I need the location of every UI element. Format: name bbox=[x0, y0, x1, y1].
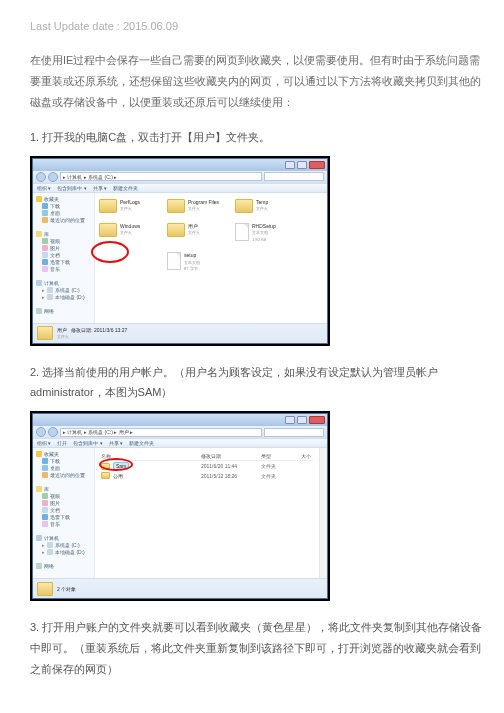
sidebar-disk-d[interactable]: 本地磁盘 (D:) bbox=[55, 549, 85, 555]
toolbar-include[interactable]: 包含到库中 ▾ bbox=[57, 185, 86, 191]
sidebar-xunlei[interactable]: 迅雷下载 bbox=[50, 514, 70, 520]
computer-icon bbox=[36, 280, 42, 286]
folder-icon bbox=[167, 223, 185, 237]
close-button[interactable] bbox=[309, 416, 325, 424]
col-size[interactable]: 大小 bbox=[301, 453, 311, 459]
folder-icon bbox=[235, 199, 253, 213]
xunlei-icon bbox=[42, 259, 48, 265]
maximize-button[interactable] bbox=[297, 416, 307, 424]
row-name-public: 公用 bbox=[113, 473, 123, 479]
sidebar-pictures[interactable]: 图片 bbox=[50, 500, 60, 506]
library-icon bbox=[36, 231, 42, 237]
scrollbar[interactable] bbox=[319, 448, 327, 578]
toolbar-newfolder[interactable]: 新建文件夹 bbox=[129, 440, 154, 446]
sidebar-documents[interactable]: 文档 bbox=[50, 507, 60, 513]
back-button[interactable] bbox=[36, 427, 46, 437]
documents-icon bbox=[42, 507, 48, 513]
sidebar-desktop[interactable]: 桌面 bbox=[50, 210, 60, 216]
toolbar: 组织 ▾ 包含到库中 ▾ 共享 ▾ 新建文件夹 bbox=[33, 183, 327, 193]
toolbar-newfolder[interactable]: 新建文件夹 bbox=[113, 185, 138, 191]
sidebar-favorites[interactable]: 收藏夹 bbox=[44, 451, 59, 457]
content-pane: PerfLogs文件夹 Program Files文件夹 Temp文件夹 Win… bbox=[95, 193, 327, 323]
documents-icon bbox=[42, 252, 48, 258]
pictures-icon bbox=[42, 500, 48, 506]
network-icon bbox=[36, 563, 42, 569]
toolbar-include[interactable]: 包含到库中 ▾ bbox=[73, 440, 102, 446]
toolbar-organize[interactable]: 组织 ▾ bbox=[37, 185, 51, 191]
maximize-button[interactable] bbox=[297, 161, 307, 169]
forward-button[interactable] bbox=[48, 427, 58, 437]
content-pane: 名称 修改日期 类型 大小 Sam 2011/6/20 11:44 文件夹 公用… bbox=[95, 448, 319, 578]
intro-paragraph: 在使用IE过程中会保存一些自己需要的网页到收藏夹，以便需要使用。但有时由于系统问… bbox=[30, 50, 484, 113]
sidebar-video[interactable]: 视频 bbox=[50, 493, 60, 499]
highlight-ring-users bbox=[91, 241, 129, 263]
toolbar-share[interactable]: 共享 ▾ bbox=[109, 440, 123, 446]
sidebar-music[interactable]: 音乐 bbox=[50, 521, 60, 527]
disk-c-icon bbox=[47, 542, 53, 548]
sidebar-recent[interactable]: 最近访问的位置 bbox=[50, 472, 85, 478]
column-headers: 名称 修改日期 类型 大小 bbox=[101, 452, 313, 461]
sidebar-music[interactable]: 音乐 bbox=[50, 266, 60, 272]
row-date: 2011/6/20 11:44 bbox=[201, 463, 261, 469]
folder-programfiles[interactable]: Program Files文件夹 bbox=[167, 199, 227, 213]
col-date[interactable]: 修改日期 bbox=[201, 453, 261, 459]
toolbar-open[interactable]: 打开 bbox=[57, 440, 67, 446]
recent-icon bbox=[42, 472, 48, 478]
breadcrumb[interactable]: ▸ 计算机 ▸ 系统盘 (C:) ▸ bbox=[60, 172, 262, 181]
sidebar-computer[interactable]: 计算机 bbox=[44, 535, 59, 541]
breadcrumb[interactable]: ▸ 计算机 ▸ 系统盘 (C:) ▸ 用户 ▸ bbox=[60, 428, 262, 437]
sidebar-disk-c[interactable]: 系统盘 (C:) bbox=[55, 287, 80, 293]
minimize-button[interactable] bbox=[285, 416, 295, 424]
sidebar-favorites[interactable]: 收藏夹 bbox=[44, 196, 59, 202]
close-button[interactable] bbox=[309, 161, 325, 169]
folder-icon bbox=[167, 199, 185, 213]
sidebar-network[interactable]: 网络 bbox=[44, 308, 54, 314]
sidebar-downloads[interactable]: 下载 bbox=[50, 203, 60, 209]
file-rhdsetup[interactable]: RHDSetup文本文档1.90 KB bbox=[235, 223, 295, 243]
table-row-public[interactable]: 公用 2011/5/12 18:26 文件夹 bbox=[101, 471, 313, 480]
status-type: 文件夹 bbox=[57, 334, 69, 339]
sidebar-desktop[interactable]: 桌面 bbox=[50, 465, 60, 471]
folder-perflogs[interactable]: PerfLogs文件夹 bbox=[99, 199, 159, 213]
search-input[interactable] bbox=[264, 172, 324, 181]
sidebar-library[interactable]: 库 bbox=[44, 486, 49, 492]
nav-row: ▸ 计算机 ▸ 系统盘 (C:) ▸ 用户 ▸ bbox=[33, 426, 327, 438]
sidebar-disk-d[interactable]: 本地磁盘 (D:) bbox=[55, 294, 85, 300]
step-1-label: 1. 打开我的电脑C盘，双击打开【用户】文件夹。 bbox=[30, 127, 484, 148]
toolbar-share[interactable]: 共享 ▾ bbox=[93, 185, 107, 191]
back-button[interactable] bbox=[36, 172, 46, 182]
last-update-date: Last Update date : 2015.06.09 bbox=[30, 20, 484, 32]
sidebar-disk-c[interactable]: 系统盘 (C:) bbox=[55, 542, 80, 548]
sidebar-network[interactable]: 网络 bbox=[44, 563, 54, 569]
library-icon bbox=[36, 486, 42, 492]
sidebar-downloads[interactable]: 下载 bbox=[50, 458, 60, 464]
sidebar-recent[interactable]: 最近访问的位置 bbox=[50, 217, 85, 223]
col-type[interactable]: 类型 bbox=[261, 453, 301, 459]
sidebar-video[interactable]: 视频 bbox=[50, 238, 60, 244]
sidebar: 收藏夹 下载 桌面 最近访问的位置 库 视频 图片 文档 迅雷下载 音乐 计算机… bbox=[33, 448, 95, 578]
folder-icon bbox=[99, 199, 117, 213]
status-count: 2 个对象 bbox=[57, 586, 76, 593]
sidebar-documents[interactable]: 文档 bbox=[50, 252, 60, 258]
downloads-icon bbox=[42, 458, 48, 464]
sidebar-library[interactable]: 库 bbox=[44, 231, 49, 237]
toolbar-organize[interactable]: 组织 ▾ bbox=[37, 440, 51, 446]
row-date: 2011/5/12 18:26 bbox=[201, 473, 261, 479]
sidebar-computer[interactable]: 计算机 bbox=[44, 280, 59, 286]
music-icon bbox=[42, 266, 48, 272]
search-input[interactable] bbox=[264, 428, 324, 437]
file-icon bbox=[235, 223, 249, 241]
forward-button[interactable] bbox=[48, 172, 58, 182]
minimize-button[interactable] bbox=[285, 161, 295, 169]
sidebar-xunlei[interactable]: 迅雷下载 bbox=[50, 259, 70, 265]
nav-row: ▸ 计算机 ▸ 系统盘 (C:) ▸ bbox=[33, 171, 327, 183]
sidebar-pictures[interactable]: 图片 bbox=[50, 245, 60, 251]
file-setup[interactable]: setup文本文档87 字节 bbox=[167, 252, 227, 272]
recent-icon bbox=[42, 217, 48, 223]
folder-icon bbox=[99, 223, 117, 237]
folder-windows[interactable]: Windows文件夹 bbox=[99, 223, 159, 243]
toolbar: 组织 ▾ 打开 包含到库中 ▾ 共享 ▾ 新建文件夹 bbox=[33, 438, 327, 448]
folder-users[interactable]: 用户文件夹 bbox=[167, 223, 227, 243]
screenshot-2: ▸ 计算机 ▸ 系统盘 (C:) ▸ 用户 ▸ 组织 ▾ 打开 包含到库中 ▾ … bbox=[30, 411, 330, 601]
folder-temp[interactable]: Temp文件夹 bbox=[235, 199, 295, 213]
